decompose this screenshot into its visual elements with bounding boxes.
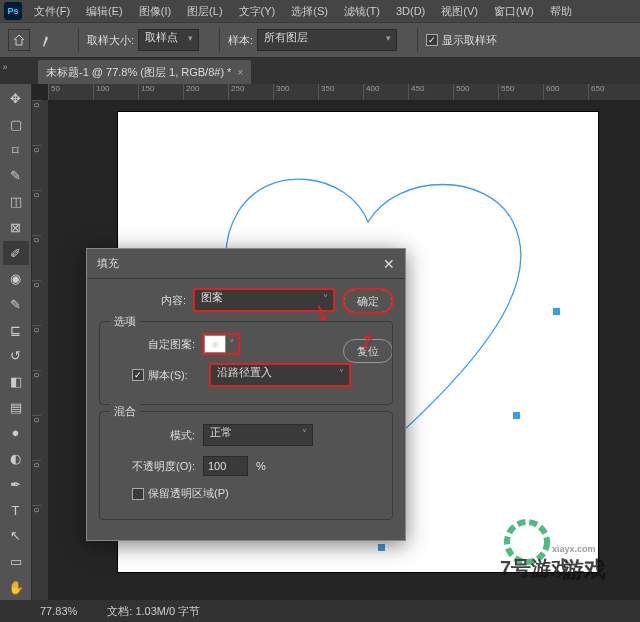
menu-select[interactable]: 选择(S) bbox=[283, 4, 336, 19]
anchor-point[interactable] bbox=[553, 308, 560, 315]
doc-info[interactable]: 文档: 1.03M/0 字节 bbox=[107, 604, 200, 619]
fill-dialog: 填充 ✕ 内容: 图案 确定 复位 ↘ ↗ 选项 自定图案: ❀ ˅ 脚本(S)… bbox=[86, 248, 406, 541]
opacity-suffix: % bbox=[256, 460, 266, 472]
tab-close-icon[interactable]: × bbox=[237, 67, 243, 78]
tool-move[interactable]: ✥ bbox=[3, 87, 29, 111]
preserve-trans-label: 保留透明区域(P) bbox=[148, 486, 229, 501]
tool-eraser[interactable]: ◧ bbox=[3, 370, 29, 394]
dialog-titlebar[interactable]: 填充 ✕ bbox=[87, 249, 405, 279]
menu-type[interactable]: 文字(Y) bbox=[231, 4, 284, 19]
tab-bar: 未标题-1 @ 77.8% (图层 1, RGB/8#) * × bbox=[0, 58, 640, 84]
tool-blur[interactable]: ● bbox=[3, 421, 29, 445]
tool-stamp[interactable]: ⊑ bbox=[3, 318, 29, 342]
tool-eyedropper[interactable]: ✐ bbox=[3, 241, 29, 265]
anchor-point[interactable] bbox=[378, 544, 385, 551]
sample-label: 样本: bbox=[228, 33, 253, 48]
options-group: 选项 自定图案: ❀ ˅ 脚本(S): 沿路径置入 bbox=[99, 321, 393, 405]
home-button[interactable] bbox=[8, 29, 30, 51]
tool-history[interactable]: ↺ bbox=[3, 344, 29, 368]
tab-title: 未标题-1 @ 77.8% (图层 1, RGB/8#) * bbox=[46, 65, 231, 80]
tool-heal[interactable]: ◉ bbox=[3, 267, 29, 291]
menu-3d[interactable]: 3D(D) bbox=[388, 5, 433, 17]
sample-size-label: 取样大小: bbox=[87, 33, 134, 48]
ps-logo: Ps bbox=[4, 2, 22, 20]
blend-legend: 混合 bbox=[110, 404, 140, 419]
preserve-trans-checkbox[interactable] bbox=[132, 488, 144, 500]
blend-group: 混合 模式: 正常 不透明度(O): % 保留透明区域(P) bbox=[99, 411, 393, 520]
script-checkbox[interactable] bbox=[132, 369, 144, 381]
tool-frame[interactable]: ⊠ bbox=[3, 216, 29, 240]
show-ring-label: 显示取样环 bbox=[442, 33, 497, 48]
mode-label: 模式: bbox=[108, 428, 203, 443]
tool-pen[interactable]: ✒ bbox=[3, 473, 29, 497]
script-dropdown[interactable]: 沿路径置入 bbox=[210, 364, 350, 386]
opacity-input[interactable] bbox=[203, 456, 248, 476]
pattern-swatch[interactable]: ❀ bbox=[204, 335, 226, 353]
tool-gradient[interactable]: ▤ bbox=[3, 395, 29, 419]
dialog-title: 填充 bbox=[97, 256, 119, 271]
tool-quick-select[interactable]: ✎ bbox=[3, 164, 29, 188]
menu-image[interactable]: 图像(I) bbox=[131, 4, 179, 19]
pattern-dropdown-icon[interactable]: ˅ bbox=[226, 338, 238, 351]
ruler-horizontal: 50100150200250300350400450500550600650 bbox=[48, 84, 640, 100]
tool-hand[interactable]: ✋ bbox=[3, 575, 29, 599]
options-legend: 选项 bbox=[110, 314, 140, 329]
content-label: 内容: bbox=[99, 293, 194, 308]
tool-marquee[interactable]: ▢ bbox=[3, 113, 29, 137]
show-ring-checkbox[interactable] bbox=[426, 34, 438, 46]
tool-shape[interactable]: ▭ bbox=[3, 550, 29, 574]
sample-size-dropdown[interactable]: 取样点 bbox=[138, 29, 199, 51]
menu-filter[interactable]: 滤镜(T) bbox=[336, 4, 388, 19]
tool-lasso[interactable]: ⌑ bbox=[3, 138, 29, 162]
opacity-label: 不透明度(O): bbox=[108, 459, 203, 474]
anchor-point[interactable] bbox=[513, 412, 520, 419]
ruler-vertical: 0000000000 bbox=[32, 100, 48, 600]
tool-path[interactable]: ↖ bbox=[3, 524, 29, 548]
custom-pattern-label: 自定图案: bbox=[108, 337, 203, 352]
current-tool-icon[interactable] bbox=[38, 29, 60, 51]
menu-edit[interactable]: 编辑(E) bbox=[78, 4, 131, 19]
document-tab[interactable]: 未标题-1 @ 77.8% (图层 1, RGB/8#) * × bbox=[38, 60, 251, 84]
menu-help[interactable]: 帮助 bbox=[542, 4, 580, 19]
sample-dropdown[interactable]: 所有图层 bbox=[257, 29, 397, 51]
tool-type[interactable]: T bbox=[3, 498, 29, 522]
status-bar: 77.83% 文档: 1.03M/0 字节 bbox=[0, 600, 640, 622]
expand-panels-icon[interactable]: » bbox=[0, 62, 10, 74]
options-bar: 取样大小: 取样点 样本: 所有图层 显示取样环 bbox=[0, 22, 640, 58]
tool-brush[interactable]: ✎ bbox=[3, 293, 29, 317]
menu-window[interactable]: 窗口(W) bbox=[486, 4, 542, 19]
menubar: Ps 文件(F) 编辑(E) 图像(I) 图层(L) 文字(Y) 选择(S) 滤… bbox=[0, 0, 640, 22]
menu-file[interactable]: 文件(F) bbox=[26, 4, 78, 19]
menu-layer[interactable]: 图层(L) bbox=[179, 4, 230, 19]
zoom-level[interactable]: 77.83% bbox=[40, 605, 77, 617]
ok-button[interactable]: 确定 bbox=[343, 289, 393, 313]
mode-dropdown[interactable]: 正常 bbox=[203, 424, 313, 446]
script-label: 脚本(S): bbox=[148, 368, 210, 383]
close-icon[interactable]: ✕ bbox=[383, 256, 395, 272]
menu-view[interactable]: 视图(V) bbox=[433, 4, 486, 19]
tool-crop[interactable]: ◫ bbox=[3, 190, 29, 214]
tools-panel: ✥ ▢ ⌑ ✎ ◫ ⊠ ✐ ◉ ✎ ⊑ ↺ ◧ ▤ ● ◐ ✒ T ↖ ▭ ✋ bbox=[0, 84, 32, 600]
tool-dodge[interactable]: ◐ bbox=[3, 447, 29, 471]
